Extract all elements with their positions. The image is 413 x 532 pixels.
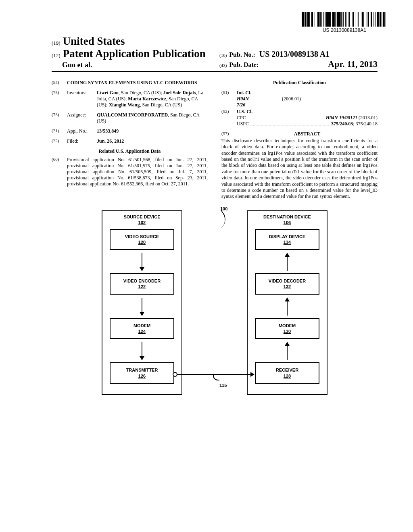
block-video-encoder: VIDEO ENCODER 122 bbox=[110, 273, 174, 295]
num-51: (51) bbox=[221, 90, 233, 108]
source-device-title: SOURCE DEVICE bbox=[110, 214, 174, 219]
block-display-device: DISPLAY DEVICE 134 bbox=[255, 229, 319, 250]
cpc-value: H04N 19/00121 (2013.01) bbox=[326, 115, 378, 121]
barcode: US 20130089138A1 bbox=[302, 12, 387, 33]
num-52: (52) bbox=[221, 109, 233, 127]
abstract-header: ABSTRACT bbox=[237, 131, 378, 137]
field-57: (57) ABSTRACT bbox=[221, 131, 378, 137]
dest-device-title: DESTINATION DEVICE bbox=[255, 214, 319, 219]
header: (19) United States (12) Patent Applicati… bbox=[52, 35, 378, 72]
field-60: (60) Provisional application No. 61/501,… bbox=[52, 157, 208, 187]
patent-page: US 20130089138A1 (19) United States (12)… bbox=[0, 0, 413, 532]
num-60: (60) bbox=[52, 157, 63, 187]
block-receiver: RECEIVER 128 bbox=[255, 362, 319, 384]
intcl-code: H04N 7/26 bbox=[237, 96, 258, 108]
dots bbox=[248, 115, 324, 119]
block-label: DISPLAY DEVICE bbox=[258, 234, 316, 239]
arrow-down-icon bbox=[110, 342, 174, 360]
field-51: (51) Int. Cl. H04N 7/26 (2006.01) bbox=[221, 90, 378, 108]
pub-date: Apr. 11, 2013 bbox=[328, 59, 378, 69]
ref-115: 115 bbox=[219, 383, 227, 388]
cpc-label: CPC bbox=[237, 115, 246, 121]
tag-43: (43) bbox=[219, 63, 227, 68]
intcl-date: (2006.01) bbox=[282, 96, 301, 108]
pub-no: US 2013/0089138 A1 bbox=[259, 50, 330, 59]
num-21: (21) bbox=[52, 128, 63, 134]
block-label: VIDEO SOURCE bbox=[113, 234, 171, 239]
block-ref: 124 bbox=[113, 328, 171, 334]
classification-header: Publication Classification bbox=[221, 80, 378, 86]
publication-type: Patent Application Publication bbox=[63, 48, 206, 60]
field-54: (54) CODING SYNTAX ELEMENTS USING VLC CO… bbox=[52, 80, 208, 86]
country: United States bbox=[63, 35, 125, 48]
uspc-label: USPC bbox=[237, 121, 249, 127]
dots bbox=[250, 121, 330, 125]
field-21: (21) Appl. No.: 13/533,849 bbox=[52, 128, 208, 134]
uscl-label: U.S. Cl. bbox=[237, 109, 378, 115]
label-75: Inventors: bbox=[67, 90, 93, 108]
tag-10: (10) bbox=[219, 53, 227, 58]
field-73: (73) Assignee: QUALCOMM INCORPORATED, Sa… bbox=[52, 112, 208, 124]
num-57: (57) bbox=[221, 131, 233, 137]
barcode-number: US 20130089138A1 bbox=[302, 27, 387, 33]
filed-date: Jun. 26, 2012 bbox=[97, 138, 208, 144]
figure-1-diagram: 100 SOURCE DEVICE 102 VIDEO SOURCE 120 V… bbox=[102, 210, 327, 395]
label-22: Filed: bbox=[67, 138, 93, 144]
block-ref: 120 bbox=[113, 239, 171, 245]
dest-device-ref: 106 bbox=[255, 220, 319, 225]
field-22: (22) Filed: Jun. 26, 2012 bbox=[52, 138, 208, 144]
pub-date-label: Pub. Date: bbox=[229, 61, 259, 69]
destination-device: DESTINATION DEVICE 106 DISPLAY DEVICE 13… bbox=[247, 210, 327, 395]
label-73: Assignee: bbox=[67, 112, 93, 124]
block-video-source: VIDEO SOURCE 120 bbox=[110, 229, 174, 250]
block-label: RECEIVER bbox=[258, 367, 316, 373]
block-ref: 128 bbox=[258, 373, 316, 379]
block-modem-src: MODEM 124 bbox=[110, 318, 174, 339]
block-ref: 122 bbox=[113, 284, 171, 289]
related-header: Related U.S. Application Data bbox=[52, 148, 208, 154]
arrow-down-icon bbox=[110, 253, 174, 271]
tag-19: (19) bbox=[52, 40, 60, 46]
barcode-stripes bbox=[302, 12, 387, 27]
source-device-ref: 102 bbox=[110, 220, 174, 225]
provisional-apps: Provisional application No. 61/501,568, … bbox=[67, 157, 208, 187]
block-label: MODEM bbox=[258, 323, 316, 328]
arrow-up-icon bbox=[255, 253, 319, 271]
arrow-up-icon bbox=[255, 298, 319, 316]
uspc-value: 375/240.03; 375/240.18 bbox=[331, 121, 378, 127]
block-label: MODEM bbox=[113, 323, 171, 328]
source-device: SOURCE DEVICE 102 VIDEO SOURCE 120 VIDEO… bbox=[102, 210, 182, 395]
arrow-down-icon bbox=[110, 298, 174, 316]
block-modem-dst: MODEM 130 bbox=[255, 318, 319, 339]
label-21: Appl. No.: bbox=[67, 128, 93, 134]
block-label: VIDEO ENCODER bbox=[113, 278, 171, 284]
header-right: (10) Pub. No.: US 2013/0089138 A1 (43) P… bbox=[219, 50, 378, 69]
right-column: Publication Classification (51) Int. Cl.… bbox=[221, 80, 378, 200]
body-columns: (54) CODING SYNTAX ELEMENTS USING VLC CO… bbox=[52, 80, 378, 200]
inventors: Liwei Guo, San Diego, CA (US); Joel Sole… bbox=[97, 90, 208, 108]
block-label: VIDEO DECODER bbox=[258, 278, 316, 284]
left-column: (54) CODING SYNTAX ELEMENTS USING VLC CO… bbox=[52, 80, 208, 200]
num-54: (54) bbox=[52, 80, 63, 86]
authors: Guo et al. bbox=[62, 61, 210, 69]
block-transmitter: TRANSMITTER 126 bbox=[110, 362, 174, 384]
appl-no: 13/533,849 bbox=[97, 128, 208, 134]
block-ref: 130 bbox=[258, 328, 316, 334]
assignee: QUALCOMM INCORPORATED, San Diego, CA (US… bbox=[97, 112, 208, 124]
barcode-area: US 20130089138A1 bbox=[52, 12, 387, 33]
header-left: (19) United States (12) Patent Applicati… bbox=[52, 35, 210, 69]
field-52: (52) U.S. Cl. CPC H04N 19/00121 (2013.01… bbox=[221, 109, 378, 127]
tag-12: (12) bbox=[52, 52, 60, 59]
block-ref: 132 bbox=[258, 284, 316, 289]
pub-no-label: Pub. No.: bbox=[229, 51, 255, 58]
num-75: (75) bbox=[52, 90, 63, 108]
block-ref: 126 bbox=[113, 373, 171, 379]
title-54: CODING SYNTAX ELEMENTS USING VLC CODEWOR… bbox=[67, 80, 197, 86]
field-75: (75) Inventors: Liwei Guo, San Diego, CA… bbox=[52, 90, 208, 108]
arrow-up-icon bbox=[255, 342, 319, 360]
block-video-decoder: VIDEO DECODER 132 bbox=[255, 273, 319, 295]
intcl-label: Int. Cl. bbox=[237, 90, 378, 96]
block-label: TRANSMITTER bbox=[113, 367, 171, 373]
abstract-text: This disclosure describes techniques for… bbox=[221, 138, 378, 200]
num-73: (73) bbox=[52, 112, 63, 124]
